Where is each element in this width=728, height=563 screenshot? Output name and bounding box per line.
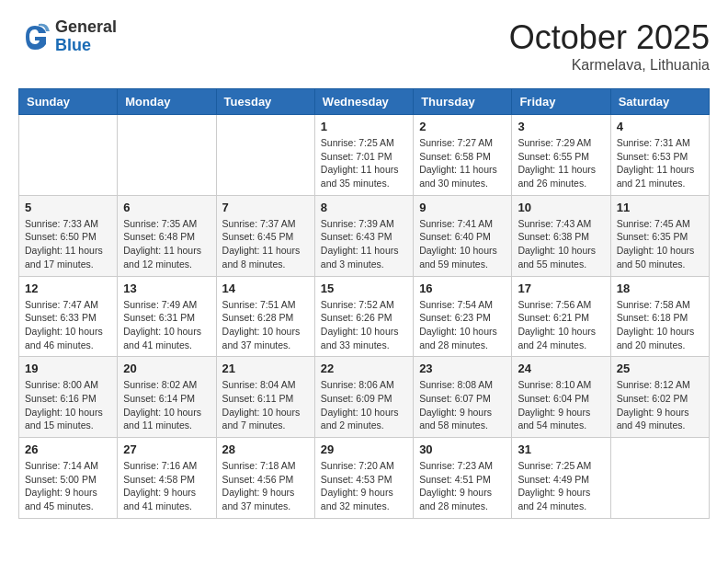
day-info: Sunrise: 7:47 AM Sunset: 6:33 PM Dayligh… [25,298,111,352]
day-info: Sunrise: 7:20 AM Sunset: 4:53 PM Dayligh… [321,459,407,513]
title-block: October 2025 Karmelava, Lithuania [509,18,710,74]
day-number: 23 [419,362,506,375]
calendar-cell: 21Sunrise: 8:04 AM Sunset: 6:11 PM Dayli… [216,357,314,438]
calendar-cell: 3Sunrise: 7:29 AM Sunset: 6:55 PM Daylig… [512,115,610,196]
day-info: Sunrise: 7:31 AM Sunset: 6:53 PM Dayligh… [617,136,703,190]
day-number: 5 [25,201,111,214]
calendar-cell: 26Sunrise: 7:14 AM Sunset: 5:00 PM Dayli… [19,438,118,519]
day-info: Sunrise: 7:51 AM Sunset: 6:28 PM Dayligh… [222,298,309,352]
day-info: Sunrise: 7:52 AM Sunset: 6:26 PM Dayligh… [321,298,407,352]
day-number: 28 [222,442,309,456]
calendar-cell: 20Sunrise: 8:02 AM Sunset: 6:14 PM Dayli… [118,357,216,438]
calendar-cell: 29Sunrise: 7:20 AM Sunset: 4:53 PM Dayli… [314,438,413,519]
day-info: Sunrise: 7:43 AM Sunset: 6:38 PM Dayligh… [518,217,604,271]
day-number: 12 [25,282,111,295]
day-info: Sunrise: 7:18 AM Sunset: 4:56 PM Dayligh… [222,459,309,513]
day-info: Sunrise: 8:10 AM Sunset: 6:04 PM Dayligh… [518,378,604,432]
calendar-cell: 1Sunrise: 7:25 AM Sunset: 7:01 PM Daylig… [314,115,413,196]
calendar-cell: 12Sunrise: 7:47 AM Sunset: 6:33 PM Dayli… [19,276,118,357]
day-number: 4 [617,120,703,133]
day-number: 20 [123,362,210,375]
calendar-cell: 19Sunrise: 8:00 AM Sunset: 6:16 PM Dayli… [19,357,118,438]
day-number: 19 [25,362,111,375]
calendar-cell: 25Sunrise: 8:12 AM Sunset: 6:02 PM Dayli… [610,357,709,438]
day-number: 1 [321,120,407,133]
day-number: 21 [222,362,309,375]
calendar-cell: 2Sunrise: 7:27 AM Sunset: 6:58 PM Daylig… [414,115,512,196]
calendar-cell: 18Sunrise: 7:58 AM Sunset: 6:18 PM Dayli… [610,276,709,357]
calendar-week-row: 12Sunrise: 7:47 AM Sunset: 6:33 PM Dayli… [19,276,710,357]
header-cell-friday: Friday [512,89,610,115]
calendar-cell: 4Sunrise: 7:31 AM Sunset: 6:53 PM Daylig… [610,115,709,196]
calendar-table: SundayMondayTuesdayWednesdayThursdayFrid… [18,88,710,519]
day-number: 3 [518,120,604,133]
day-number: 10 [518,201,604,214]
day-info: Sunrise: 8:06 AM Sunset: 6:09 PM Dayligh… [321,378,407,432]
calendar-cell: 5Sunrise: 7:33 AM Sunset: 6:50 PM Daylig… [19,195,118,276]
calendar-cell: 15Sunrise: 7:52 AM Sunset: 6:26 PM Dayli… [314,276,413,357]
calendar-week-row: 26Sunrise: 7:14 AM Sunset: 5:00 PM Dayli… [19,438,710,519]
calendar-cell: 24Sunrise: 8:10 AM Sunset: 6:04 PM Dayli… [512,357,610,438]
calendar-cell [19,115,118,196]
logo-icon [18,20,51,53]
calendar-cell: 13Sunrise: 7:49 AM Sunset: 6:31 PM Dayli… [118,276,216,357]
calendar-cell: 30Sunrise: 7:23 AM Sunset: 4:51 PM Dayli… [414,438,512,519]
day-number: 9 [419,201,506,214]
calendar-body: 1Sunrise: 7:25 AM Sunset: 7:01 PM Daylig… [19,115,710,519]
day-info: Sunrise: 7:14 AM Sunset: 5:00 PM Dayligh… [25,459,111,513]
day-info: Sunrise: 7:39 AM Sunset: 6:43 PM Dayligh… [321,217,407,271]
calendar-week-row: 5Sunrise: 7:33 AM Sunset: 6:50 PM Daylig… [19,195,710,276]
day-number: 15 [321,282,407,295]
day-number: 30 [419,442,506,456]
header-cell-thursday: Thursday [414,89,512,115]
day-info: Sunrise: 7:25 AM Sunset: 4:49 PM Dayligh… [518,459,604,513]
day-number: 24 [518,362,604,375]
day-info: Sunrise: 7:49 AM Sunset: 6:31 PM Dayligh… [123,298,210,352]
day-info: Sunrise: 7:41 AM Sunset: 6:40 PM Dayligh… [419,217,506,271]
day-info: Sunrise: 7:45 AM Sunset: 6:35 PM Dayligh… [617,217,703,271]
day-number: 29 [321,442,407,456]
calendar-cell: 14Sunrise: 7:51 AM Sunset: 6:28 PM Dayli… [216,276,314,357]
day-number: 31 [518,442,604,456]
day-info: Sunrise: 7:37 AM Sunset: 6:45 PM Dayligh… [222,217,309,271]
day-info: Sunrise: 8:04 AM Sunset: 6:11 PM Dayligh… [222,378,309,432]
calendar-cell [118,115,216,196]
day-number: 11 [617,201,703,214]
calendar-cell: 31Sunrise: 7:25 AM Sunset: 4:49 PM Dayli… [512,438,610,519]
calendar-cell [216,115,314,196]
calendar-cell: 8Sunrise: 7:39 AM Sunset: 6:43 PM Daylig… [314,195,413,276]
header-cell-tuesday: Tuesday [216,89,314,115]
day-info: Sunrise: 7:33 AM Sunset: 6:50 PM Dayligh… [25,217,111,271]
header-cell-monday: Monday [118,89,216,115]
logo: General Blue [18,18,117,55]
month-title: October 2025 [509,18,710,57]
calendar-header: SundayMondayTuesdayWednesdayThursdayFrid… [19,89,710,115]
calendar-week-row: 1Sunrise: 7:25 AM Sunset: 7:01 PM Daylig… [19,115,710,196]
day-info: Sunrise: 7:58 AM Sunset: 6:18 PM Dayligh… [617,298,703,352]
calendar-week-row: 19Sunrise: 8:00 AM Sunset: 6:16 PM Dayli… [19,357,710,438]
calendar-cell [610,438,709,519]
calendar-cell: 6Sunrise: 7:35 AM Sunset: 6:48 PM Daylig… [118,195,216,276]
day-info: Sunrise: 8:00 AM Sunset: 6:16 PM Dayligh… [25,378,111,432]
day-number: 16 [419,282,506,295]
day-number: 2 [419,120,506,133]
day-info: Sunrise: 7:25 AM Sunset: 7:01 PM Dayligh… [321,136,407,190]
day-info: Sunrise: 7:29 AM Sunset: 6:55 PM Dayligh… [518,136,604,190]
day-info: Sunrise: 7:27 AM Sunset: 6:58 PM Dayligh… [419,136,506,190]
calendar-cell: 28Sunrise: 7:18 AM Sunset: 4:56 PM Dayli… [216,438,314,519]
day-info: Sunrise: 7:23 AM Sunset: 4:51 PM Dayligh… [419,459,506,513]
logo-general-text: General [55,18,117,37]
day-number: 8 [321,201,407,214]
day-number: 26 [25,442,111,456]
day-info: Sunrise: 7:35 AM Sunset: 6:48 PM Dayligh… [123,217,210,271]
day-number: 17 [518,282,604,295]
day-number: 6 [123,201,210,214]
location-title: Karmelava, Lithuania [509,57,710,74]
calendar-cell: 16Sunrise: 7:54 AM Sunset: 6:23 PM Dayli… [414,276,512,357]
day-number: 7 [222,201,309,214]
header-row: SundayMondayTuesdayWednesdayThursdayFrid… [19,89,710,115]
page-header: General Blue October 2025 Karmelava, Lit… [18,18,710,74]
calendar-cell: 22Sunrise: 8:06 AM Sunset: 6:09 PM Dayli… [314,357,413,438]
calendar-cell: 10Sunrise: 7:43 AM Sunset: 6:38 PM Dayli… [512,195,610,276]
logo-blue-text: Blue [55,37,117,55]
